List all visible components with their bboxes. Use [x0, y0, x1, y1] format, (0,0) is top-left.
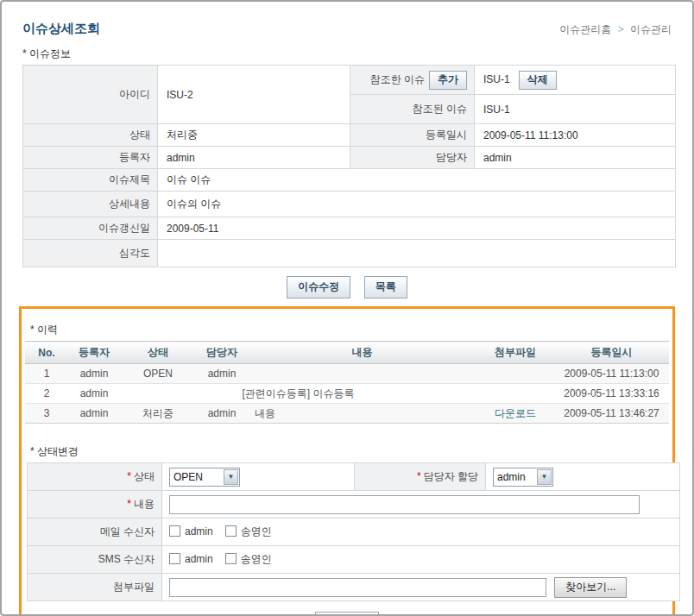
history-content — [248, 364, 476, 384]
breadcrumb-current[interactable]: 이슈관리 — [630, 23, 672, 35]
history-no: 3 — [25, 404, 68, 424]
table-row: 상태 처리중 등록일시 2009-05-11 11:13:00 — [23, 124, 676, 147]
history-assignee: admin — [196, 404, 248, 424]
issue-actions: 이슈수정 목록 — [2, 276, 692, 299]
referenced-by-label: 참조된 이슈 — [350, 95, 475, 124]
mail-recipient-checkbox-admin[interactable] — [169, 525, 180, 537]
update-date-value: 2009-05-11 — [158, 217, 676, 240]
history-content: 내용 — [248, 404, 476, 424]
page-title: 이슈상세조회 — [22, 21, 100, 37]
sms-recipient-checkbox-user2[interactable] — [225, 553, 237, 564]
attachment-label: 첨부파일 — [28, 574, 162, 601]
history-status: 처리중 — [120, 404, 196, 424]
history-attachment — [476, 384, 554, 404]
content-input[interactable] — [169, 495, 640, 514]
issue-detail-page: 이슈상세조회 이슈관리홈 > 이슈관리 * 이슈정보 아이디 ISU-2 참조한… — [0, 0, 694, 616]
sms-recipient-label: SMS 수신자 — [28, 546, 162, 574]
ref-issue-value: ISU-1 — [483, 73, 510, 85]
table-row: 3 admin 처리중 admin 내용 다운로드 2009-05-11 13:… — [25, 404, 669, 424]
history-date: 2009-05-11 11:13:00 — [554, 364, 669, 384]
sms-recipient-option: admin — [185, 553, 213, 565]
id-label: 아이디 — [23, 66, 158, 124]
registrant-label: 등록자 — [23, 147, 158, 169]
breadcrumb-home[interactable]: 이슈관리홈 — [559, 23, 611, 35]
history-section-label: * 이력 — [30, 323, 669, 337]
status-select[interactable]: OPEN ▼ — [169, 468, 240, 487]
table-row: 메일 수신자 admin송영인 — [28, 519, 680, 546]
form-content-label: 내용 — [134, 498, 155, 510]
assignee-label: 담당자 — [350, 147, 475, 169]
issue-title-value: 이슈 이슈 — [158, 169, 676, 192]
history-registrant: admin — [68, 384, 120, 404]
browse-button[interactable]: 찾아보기... — [554, 577, 627, 598]
required-mark: * — [127, 498, 131, 510]
severity-value — [158, 240, 676, 267]
status-change-form: *상태 OPEN ▼ *담당자 할당 admin ▼ — [27, 462, 680, 601]
delete-ref-issue-button[interactable]: 삭제 — [519, 71, 557, 90]
issue-title-label: 이슈제목 — [23, 169, 158, 192]
table-row: *내용 — [28, 491, 680, 519]
table-row: 이슈제목 이슈 이슈 — [23, 169, 676, 192]
history-date: 2009-05-11 13:33:16 — [554, 384, 669, 404]
detail-label: 상세내용 — [23, 192, 158, 217]
reg-date-value: 2009-05-11 11:13:00 — [475, 124, 676, 147]
id-value: ISU-2 — [158, 66, 350, 124]
mail-recipient-field: admin송영인 — [162, 519, 680, 546]
assignee-select[interactable]: admin ▼ — [493, 468, 553, 487]
update-status-button[interactable]: 상태수정 — [315, 612, 379, 616]
history-status: OPEN — [120, 364, 196, 384]
col-attachment: 첨부파일 — [476, 342, 554, 364]
list-button[interactable]: 목록 — [364, 276, 407, 299]
add-ref-issue-button[interactable]: 추가 — [429, 71, 467, 90]
table-row: 등록자 admin 담당자 admin — [23, 147, 676, 169]
issue-info-section-label: * 이슈정보 — [22, 47, 692, 61]
form-status-label-cell: *상태 — [28, 463, 162, 491]
breadcrumb: 이슈관리홈 > 이슈관리 — [559, 22, 672, 37]
mail-recipient-label: 메일 수신자 — [28, 519, 162, 546]
table-row: 첨부파일 찾아보기... — [28, 574, 680, 601]
history-table: No. 등록자 상태 담당자 내용 첨부파일 등록일시 1 admin OPEN… — [25, 341, 669, 424]
form-status-label: 상태 — [134, 470, 155, 482]
status-label: 상태 — [23, 124, 158, 147]
mail-recipient-option: admin — [185, 525, 213, 537]
form-assignee-label: 담당자 할당 — [424, 470, 478, 482]
issue-info-table: 아이디 ISU-2 참조한 이슈추가 ISU-1삭제 참조된 이슈 ISU-1 … — [22, 65, 676, 267]
history-registrant: admin — [68, 404, 120, 424]
page-header: 이슈상세조회 이슈관리홈 > 이슈관리 — [2, 2, 692, 37]
edit-issue-button[interactable]: 이슈수정 — [287, 276, 350, 299]
col-registrant: 등록자 — [68, 342, 120, 364]
assignee-value: admin — [475, 147, 676, 169]
table-row: SMS 수신자 admin송영인 — [28, 546, 680, 574]
attachment-file-input[interactable] — [169, 578, 546, 597]
referenced-by-value: ISU-1 — [475, 95, 676, 124]
sms-recipient-checkbox-admin[interactable] — [169, 553, 180, 564]
table-row: 1 admin OPEN admin 2009-05-11 11:13:00 — [25, 364, 669, 384]
attachment-field: 찾아보기... — [162, 574, 680, 601]
table-row: 심각도 — [23, 240, 676, 267]
sms-recipient-field: admin송영인 — [162, 546, 680, 574]
table-row: 상세내용 이슈의 이슈 — [23, 192, 676, 217]
chevron-down-icon: ▼ — [224, 469, 238, 485]
col-no: No. — [25, 342, 68, 364]
detail-value: 이슈의 이슈 — [158, 192, 676, 217]
history-no: 1 — [25, 364, 68, 384]
col-date: 등록일시 — [554, 342, 669, 364]
form-content-field — [162, 491, 680, 519]
reg-date-label: 등록일시 — [350, 124, 475, 147]
assignee-select-value: admin — [494, 471, 526, 483]
status-value: 처리중 — [158, 124, 350, 147]
table-row: 이슈갱신일 2009-05-11 — [23, 217, 676, 240]
mail-recipient-checkbox-user2[interactable] — [225, 525, 237, 537]
history-merged-content: [관련이슈등록] 이슈등록 — [120, 384, 476, 404]
col-status: 상태 — [120, 342, 196, 364]
ref-issue-label: 참조한 이슈 — [370, 73, 425, 85]
history-registrant: admin — [68, 364, 120, 384]
form-status-field: OPEN ▼ — [162, 463, 355, 491]
download-link[interactable]: 다운로드 — [476, 404, 554, 424]
sms-recipient-option: 송영인 — [241, 553, 272, 565]
chevron-down-icon: ▼ — [537, 469, 552, 485]
required-mark: * — [417, 470, 421, 482]
table-row: 2 admin [관련이슈등록] 이슈등록 2009-05-11 13:33:1… — [25, 384, 669, 404]
table-row: *상태 OPEN ▼ *담당자 할당 admin ▼ — [28, 463, 680, 491]
status-change-section-label: * 상태변경 — [30, 444, 669, 459]
